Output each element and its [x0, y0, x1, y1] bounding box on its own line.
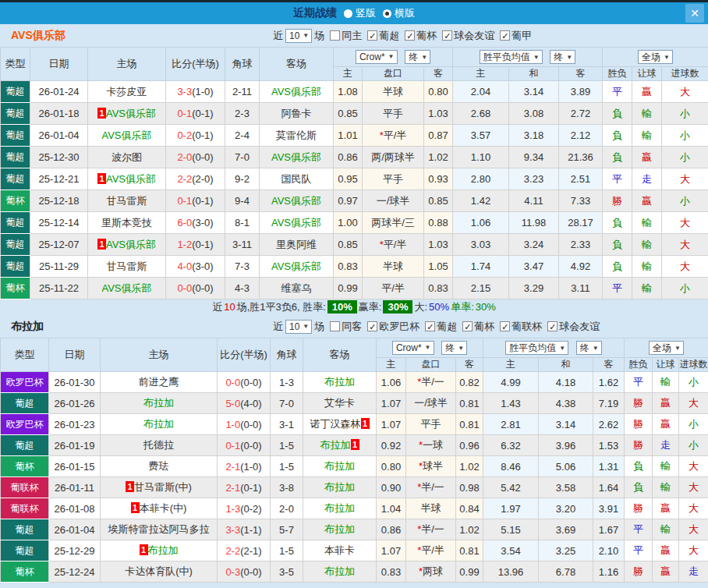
sub-col-header: 盘口 — [363, 67, 424, 81]
average-time-select[interactable]: 终▼ — [576, 341, 602, 355]
league-type-cell: 葡超 — [1, 393, 49, 414]
corner-cell: 2-0 — [271, 498, 303, 519]
result-goals-cell: 大 — [679, 498, 708, 519]
handicap-cell: *球半 — [406, 456, 456, 477]
dropdown-arrow-icon: ▼ — [421, 54, 427, 61]
col-header: 角球 — [271, 338, 303, 372]
handicap-cell: *平/半 — [363, 125, 424, 147]
avg-home-cell: 2.68 — [453, 103, 509, 125]
table-row: 葡超26-01-26布拉加5-0(4-0)7-0艾华卡1.07一/球半0.811… — [1, 393, 708, 414]
fulltime-select[interactable]: 全场▼ — [638, 50, 673, 64]
league-type-cell: 葡超 — [1, 234, 30, 256]
col-header: 日期 — [49, 338, 101, 372]
league-checkbox[interactable]: 球会友谊 — [547, 320, 600, 334]
filter-bar: 近 10 ▼ 场 同客 欧罗巴杯葡超葡杯葡联杯球会友谊 — [273, 320, 600, 334]
avg-home-cell: 5.42 — [483, 477, 539, 498]
average-select[interactable]: 胜平负均值▼ — [505, 341, 568, 355]
table-row: 葡超26-01-24卡莎皮亚3-3(1-0)2-11AVS俱乐部1.08半球0.… — [1, 81, 708, 103]
near-label: 近 — [273, 29, 283, 43]
odds-home-cell: 1.00 — [334, 212, 363, 234]
fulltime-select[interactable]: 全场▼ — [649, 341, 684, 355]
league-checkbox-label: 葡超 — [437, 320, 457, 334]
handicap-cell: 平手 — [363, 168, 424, 190]
result-handicap-cell: 輸 — [632, 256, 662, 278]
odds-time-select[interactable]: 终▼ — [405, 50, 430, 64]
odds-away-cell: 0.82 — [456, 372, 483, 393]
radio-horizontal-layout[interactable]: 横版 — [376, 6, 415, 20]
odds-away-cell: 0.81 — [456, 393, 483, 414]
avg-home-cell: 2.04 — [453, 81, 509, 103]
odds-away-cell: 0.85 — [424, 190, 453, 212]
odds-away-cell: 0.87 — [424, 125, 453, 147]
home-team-cell: 布拉加 — [101, 393, 218, 414]
away-team-cell: 莫雷伦斯 — [260, 125, 334, 147]
match-count-select[interactable]: 10 ▼ — [285, 29, 312, 43]
score-cell: 2-0(0-0) — [166, 147, 225, 168]
away-team-cell: 里奥阿维 — [260, 234, 334, 256]
sub-col-header: 进球数 — [662, 67, 708, 81]
average-time-select[interactable]: 终▼ — [550, 50, 575, 64]
league-checkbox[interactable]: 欧罗巴杯 — [367, 320, 419, 334]
league-filter-group: 欧罗巴杯葡超葡杯葡联杯球会友谊 — [362, 320, 600, 334]
dropdown-arrow-icon: ▼ — [593, 345, 599, 352]
score-cell: 0-0(0-0) — [218, 372, 271, 393]
changed-odds-star-icon: * — [380, 239, 384, 250]
avg-home-cell: 3.57 — [453, 125, 509, 147]
avg-away-cell: 21.36 — [559, 147, 603, 168]
average-select[interactable]: 胜平负均值▼ — [480, 50, 543, 64]
result-handicap-cell: 輸 — [632, 103, 662, 125]
result-handicap-cell: 贏 — [632, 190, 662, 212]
avg-draw-cell: 3.20 — [539, 498, 593, 519]
avg-home-cell: 1.42 — [453, 190, 509, 212]
date-cell: 25-12-07 — [30, 234, 88, 256]
bookmaker-select[interactable]: Crow*▼ — [392, 341, 434, 355]
league-checkbox[interactable]: 葡联杯 — [500, 320, 542, 334]
odds-home-cell: 1.06 — [377, 372, 406, 393]
bookmaker-select[interactable]: Crow*▼ — [356, 50, 398, 64]
col-header: 类型 — [1, 48, 30, 81]
home-team-cell: AVS俱乐部 — [88, 125, 166, 147]
matches-table: 类型 日期 主场 比分(半场) 角球 客场 Crow*▼ 终▼ 胜平负均值▼ 终… — [0, 47, 708, 299]
avg-away-cell: 2.12 — [559, 125, 603, 147]
corner-cell: 1-3 — [271, 372, 303, 393]
checkbox-icon — [500, 30, 510, 41]
avg-away-cell: 1.67 — [593, 519, 625, 540]
league-checkbox[interactable]: 葡超 — [425, 320, 457, 334]
rank-badge: 1 — [97, 108, 106, 119]
result-wdl-cell: 勝 — [603, 190, 632, 212]
result-handicap-cell: 輸 — [632, 278, 662, 299]
avg-draw-cell: 3.08 — [509, 103, 559, 125]
league-checkbox[interactable]: 葡杯 — [462, 320, 494, 334]
avg-home-cell: 1.10 — [453, 147, 509, 168]
close-button[interactable]: ✕ — [685, 4, 704, 23]
same-venue-checkbox[interactable]: 同客 — [330, 320, 362, 334]
score-cell: 0-3(0-0) — [218, 561, 271, 583]
odds-time-select[interactable]: 终▼ — [441, 341, 467, 355]
rank-badge: 1 — [140, 544, 148, 555]
col-header: 角球 — [225, 48, 260, 81]
close-icon: ✕ — [690, 7, 699, 19]
corner-cell: 2-3 — [225, 103, 260, 125]
rank-badge: 1 — [97, 239, 106, 250]
result-wdl-cell: 負 — [603, 212, 632, 234]
league-checkbox-label: 葡杯 — [474, 320, 494, 334]
handicap-cell: *平/半 — [363, 234, 424, 256]
odds-home-cell: 1.07 — [377, 540, 406, 561]
avg-draw-cell: 3.18 — [509, 125, 559, 147]
result-wdl-cell: 勝 — [625, 393, 653, 414]
sub-col-header: 胜负 — [625, 358, 653, 372]
league-checkbox[interactable]: 葡杯 — [405, 29, 437, 43]
match-count-select[interactable]: 10 ▼ — [285, 320, 312, 334]
avg-home-cell: 3.03 — [453, 234, 509, 256]
radio-vertical-layout[interactable]: 竖版 — [337, 6, 376, 20]
league-checkbox[interactable]: 葡超 — [367, 29, 399, 43]
radio-label: 横版 — [395, 6, 415, 20]
odds-home-cell: 0.86 — [334, 147, 363, 168]
avg-home-cell: 13.96 — [483, 561, 539, 583]
same-venue-checkbox[interactable]: 同主 — [330, 29, 362, 43]
league-checkbox[interactable]: 球会友谊 — [442, 29, 494, 43]
date-cell: 26-01-11 — [49, 477, 101, 498]
league-checkbox[interactable]: 葡甲 — [500, 29, 532, 43]
odds-away-cell: 0.99 — [456, 561, 483, 583]
avg-home-cell: 8.46 — [483, 456, 539, 477]
